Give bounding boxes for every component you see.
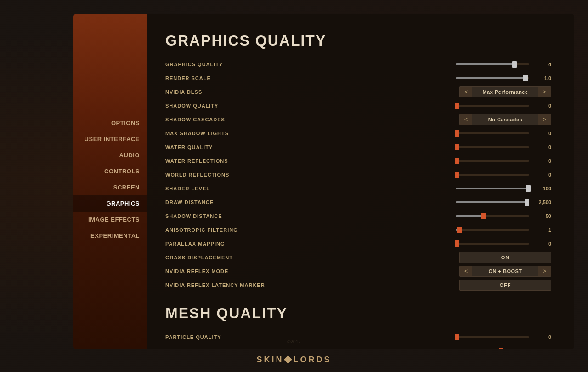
- label-shadow-quality: SHADOW QUALITY: [165, 103, 331, 109]
- toggle-nvidia-reflex-latency[interactable]: OFF: [459, 280, 551, 291]
- label-water-quality: WATER QUALITY: [165, 144, 331, 150]
- selector-shadow-cascades[interactable]: < No Cascades >: [459, 114, 551, 125]
- label-graphics-quality: GRAPHICS QUALITY: [165, 62, 331, 67]
- selector-right-arrow-nvidia-reflex-mode[interactable]: >: [538, 266, 551, 276]
- control-object-quality: 100: [331, 348, 551, 349]
- selector-left-arrow-nvidia-reflex-mode[interactable]: <: [460, 266, 472, 276]
- setting-row-shader-level: SHADER LEVEL 100: [165, 183, 551, 195]
- label-water-reflections: WATER REFLECTIONS: [165, 158, 331, 164]
- setting-row-draw-distance: DRAW DISTANCE 2,500: [165, 196, 551, 208]
- mesh-quality-title: Mesh Quality: [165, 305, 551, 322]
- label-world-reflections: WORLD REFLECTIONS: [165, 172, 331, 177]
- setting-row-nvidia-reflex-latency: NVIDIA REFLEX LATENCY MARKER OFF: [165, 279, 551, 291]
- control-nvidia-reflex-latency: OFF: [331, 280, 551, 291]
- logo-divider: ◆: [284, 353, 294, 365]
- graphics-quality-section: Graphics Quality GRAPHICS QUALITY 4 REND…: [165, 32, 551, 291]
- value-particle-quality: 0: [533, 334, 551, 340]
- value-shadow-cascades: No Cascades: [472, 114, 538, 125]
- slider-track-world-reflections[interactable]: [456, 174, 529, 176]
- slider-track-shadow-distance[interactable]: [456, 215, 529, 217]
- control-nvidia-dlss: < Max Performance >: [331, 86, 551, 97]
- value-water-quality: 0: [533, 144, 551, 150]
- logo-text-left: SKIN: [256, 355, 283, 364]
- control-max-shadow-lights: 0: [331, 131, 551, 136]
- setting-row-object-quality: OBJECT QUALITY 100: [165, 345, 551, 349]
- slider-track-water-reflections[interactable]: [456, 160, 529, 162]
- selector-right-arrow-nvidia-dlss[interactable]: >: [538, 87, 551, 97]
- setting-row-shadow-distance: SHADOW DISTANCE 50: [165, 210, 551, 222]
- setting-row-particle-quality: PARTICLE QUALITY 0: [165, 331, 551, 343]
- setting-row-grass-displacement: GRASS DISPLACEMENT ON: [165, 252, 551, 263]
- value-nvidia-reflex-mode: ON + BOOST: [472, 266, 538, 276]
- setting-row-world-reflections: WORLD REFLECTIONS 0: [165, 169, 551, 181]
- value-shadow-distance: 50: [533, 213, 551, 219]
- slider-track-shadow-quality[interactable]: [456, 105, 529, 107]
- value-world-reflections: 0: [533, 172, 551, 177]
- skinlords-logo: SKIN◆LORDS: [256, 353, 331, 365]
- setting-row-render-scale: RENDER SCALE 1.0: [165, 72, 551, 84]
- control-render-scale: 1.0: [331, 75, 551, 81]
- slider-track-parallax-mapping[interactable]: [456, 243, 529, 245]
- sidebar-item-user-interface[interactable]: User Interface: [74, 131, 147, 147]
- selector-left-arrow-shadow-cascades[interactable]: <: [460, 114, 472, 125]
- control-world-reflections: 0: [331, 172, 551, 177]
- selector-nvidia-dlss[interactable]: < Max Performance >: [459, 86, 551, 97]
- label-parallax-mapping: PARALLAX MAPPING: [165, 241, 331, 246]
- label-nvidia-dlss: NVIDIA DLSS: [165, 89, 331, 95]
- setting-row-parallax-mapping: PARALLAX MAPPING 0: [165, 238, 551, 250]
- value-max-shadow-lights: 0: [533, 131, 551, 136]
- value-shadow-quality: 0: [533, 103, 551, 109]
- setting-row-water-reflections: WATER REFLECTIONS 0: [165, 155, 551, 167]
- sidebar-item-audio[interactable]: Audio: [74, 147, 147, 163]
- sidebar-item-graphics[interactable]: Graphics: [74, 195, 147, 212]
- value-draw-distance: 2,500: [533, 200, 551, 205]
- label-shadow-distance: SHADOW DISTANCE: [165, 213, 331, 219]
- slider-track-anisotropic-filtering[interactable]: [456, 229, 529, 231]
- value-object-quality: 100: [533, 348, 551, 349]
- label-render-scale: RENDER SCALE: [165, 75, 331, 81]
- sidebar-item-experimental[interactable]: Experimental: [74, 228, 147, 244]
- setting-row-nvidia-reflex-mode: NVIDIA REFLEX MODE < ON + BOOST >: [165, 265, 551, 277]
- slider-track-max-shadow-lights[interactable]: [456, 132, 529, 134]
- logo-text-right: LORDS: [294, 355, 332, 364]
- control-draw-distance: 2,500: [331, 200, 551, 205]
- main-container: Options User Interface Audio Controls Sc…: [74, 14, 574, 349]
- sidebar-item-options[interactable]: Options: [74, 115, 147, 131]
- control-shadow-distance: 50: [331, 213, 551, 219]
- sidebar-item-image-effects[interactable]: Image Effects: [74, 212, 147, 228]
- value-nvidia-dlss: Max Performance: [472, 87, 538, 97]
- sidebar: Options User Interface Audio Controls Sc…: [74, 14, 147, 349]
- control-shader-level: 100: [331, 186, 551, 191]
- slider-track-draw-distance[interactable]: [456, 201, 529, 203]
- value-parallax-mapping: 0: [533, 241, 551, 246]
- label-shader-level: SHADER LEVEL: [165, 186, 331, 191]
- control-nvidia-reflex-mode: < ON + BOOST >: [331, 266, 551, 277]
- label-max-shadow-lights: MAX SHADOW LIGHTS: [165, 131, 331, 136]
- setting-row-nvidia-dlss: NVIDIA DLSS < Max Performance >: [165, 86, 551, 98]
- graphics-quality-title: Graphics Quality: [165, 32, 551, 49]
- label-anisotropic-filtering: ANISOTROPIC FILTERING: [165, 227, 331, 233]
- value-shader-level: 100: [533, 186, 551, 191]
- slider-track-water-quality[interactable]: [456, 146, 529, 148]
- value-anisotropic-filtering: 1: [533, 227, 551, 233]
- setting-row-max-shadow-lights: MAX SHADOW LIGHTS 0: [165, 127, 551, 139]
- slider-track-render-scale[interactable]: [456, 77, 529, 79]
- label-draw-distance: DRAW DISTANCE: [165, 200, 331, 205]
- slider-track-graphics-quality[interactable]: [456, 63, 529, 65]
- value-water-reflections: 0: [533, 158, 551, 164]
- label-particle-quality: PARTICLE QUALITY: [165, 334, 331, 340]
- sidebar-item-controls[interactable]: Controls: [74, 163, 147, 179]
- slider-track-shader-level[interactable]: [456, 188, 529, 189]
- toggle-grass-displacement[interactable]: ON: [459, 252, 551, 263]
- setting-row-shadow-cascades: SHADOW CASCADES < No Cascades >: [165, 114, 551, 126]
- sidebar-item-screen[interactable]: Screen: [74, 179, 147, 195]
- setting-row-shadow-quality: SHADOW QUALITY 0: [165, 100, 551, 112]
- selector-left-arrow-nvidia-dlss[interactable]: <: [460, 87, 472, 97]
- label-nvidia-reflex-mode: NVIDIA REFLEX MODE: [165, 269, 331, 274]
- control-graphics-quality: 4: [331, 62, 551, 67]
- slider-track-particle-quality[interactable]: [456, 336, 529, 338]
- selector-nvidia-reflex-mode[interactable]: < ON + BOOST >: [459, 266, 551, 277]
- selector-right-arrow-shadow-cascades[interactable]: >: [538, 114, 551, 125]
- label-object-quality: OBJECT QUALITY: [165, 348, 331, 349]
- control-parallax-mapping: 0: [331, 241, 551, 246]
